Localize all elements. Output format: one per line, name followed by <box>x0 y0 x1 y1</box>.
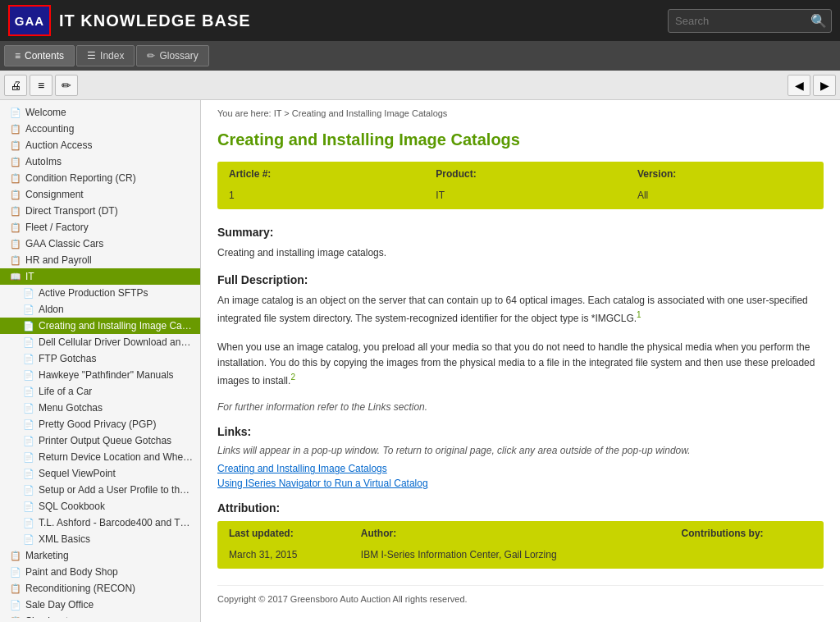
list-button[interactable]: ≡ <box>30 75 52 96</box>
sidebar-item-marketing[interactable]: 📋Marketing <box>0 547 200 564</box>
sidebar-label-dell-cellular: Dell Cellular Driver Download and Instal… <box>39 336 194 348</box>
sidebar-item-life-of-car[interactable]: 📄Life of a Car <box>0 383 200 400</box>
sidebar-item-setup-profile[interactable]: 📄Setup or Add a User Profile to the IBM … <box>0 482 200 498</box>
sidebar-item-consignment[interactable]: 📋Consignment <box>0 186 200 203</box>
tab-contents[interactable]: ≡ Contents <box>4 45 75 66</box>
sidebar-label-return-device: Return Device Location and Where to Prin… <box>39 451 194 463</box>
sidebar-icon-setup-profile: 📄 <box>23 485 34 496</box>
search-container[interactable]: 🔍 <box>668 9 832 33</box>
sidebar-item-simulcast[interactable]: 📋Simulcast <box>0 613 200 618</box>
glossary-icon: ✏ <box>147 50 155 62</box>
sidebar-label-it: IT <box>25 271 34 282</box>
sidebar-item-reconditioning[interactable]: 📋Reconditioning (RECON) <box>0 580 200 597</box>
sidebar-item-fleet-factory[interactable]: 📋Fleet / Factory <box>0 219 200 236</box>
sidebar-icon-pgp: 📄 <box>23 419 34 430</box>
forward-button[interactable]: ▶ <box>813 75 836 96</box>
link-creating-installing[interactable]: Creating and Installing Image Catalogs <box>217 463 824 474</box>
search-icon: 🔍 <box>810 13 827 29</box>
sidebar-item-gaa-classic[interactable]: 📋GAA Classic Cars <box>0 236 200 252</box>
sidebar-item-hr-payroll[interactable]: 📋HR and Payroll <box>0 252 200 268</box>
sidebar-icon-creating-installing: 📄 <box>23 321 34 332</box>
sidebar-icon-condition-reporting: 📋 <box>10 173 21 184</box>
article-num-header: Article #: <box>219 163 424 185</box>
sidebar-item-aldon[interactable]: 📄Aldon <box>0 301 200 318</box>
version-header: Version: <box>628 163 822 185</box>
sidebar-icon-sql-cookbook: 📄 <box>23 501 34 512</box>
link-iseries-navigator[interactable]: Using ISeries Navigator to Run a Virtual… <box>217 478 824 489</box>
full-desc-p2: When you use an image catalog, you prelo… <box>217 340 824 390</box>
product-value: IT <box>426 186 626 208</box>
sidebar-icon-fleet-factory: 📋 <box>10 222 21 233</box>
sidebar-label-sequel: Sequel ViewPoint <box>39 468 116 479</box>
sidebar-label-welcome: Welcome <box>25 107 66 118</box>
edit-button[interactable]: ✏ <box>55 75 78 96</box>
sidebar-icon-auction-access: 📋 <box>10 140 21 151</box>
sidebar-item-printer-output[interactable]: 📄Printer Output Queue Gotchas <box>0 432 200 449</box>
sidebar-label-xml-basics: XML Basics <box>39 533 90 545</box>
sidebar-item-sale-day[interactable]: 📄Sale Day Office <box>0 597 200 613</box>
tab-index[interactable]: ☰ Index <box>76 45 135 66</box>
last-updated-value: March 31, 2015 <box>219 546 349 567</box>
contents-icon: ≡ <box>15 50 21 62</box>
sidebar-label-auction-access: Auction Access <box>25 139 92 151</box>
sidebar-icon-simulcast: 📋 <box>10 616 21 619</box>
sidebar-item-welcome[interactable]: 📄Welcome <box>0 104 200 121</box>
sidebar-icon-active-prod: 📄 <box>23 288 34 299</box>
sidebar-label-life-of-car: Life of a Car <box>39 386 92 397</box>
sidebar-label-paint-body: Paint and Body Shop <box>25 566 118 578</box>
sidebar-item-accounting[interactable]: 📋Accounting <box>0 121 200 137</box>
sidebar-label-hawkeye: Hawkeye "Pathfinder" Manuals <box>39 369 174 381</box>
links-note: Links will appear in a pop-up window. To… <box>217 445 824 456</box>
sidebar-item-menu-gotchas[interactable]: 📄Menu Gotchas <box>0 400 200 416</box>
toolbar: 🖨 ≡ ✏ ◀ ▶ <box>0 71 840 100</box>
page-title: Creating and Installing Image Catalogs <box>217 130 824 149</box>
sidebar-item-auction-access[interactable]: 📋Auction Access <box>0 137 200 153</box>
sidebar-item-pgp[interactable]: 📄Pretty Good Privacy (PGP) <box>0 416 200 432</box>
sidebar-label-accounting: Accounting <box>25 123 74 135</box>
tab-glossary[interactable]: ✏ Glossary <box>136 45 208 66</box>
print-button[interactable]: 🖨 <box>4 75 27 96</box>
sidebar-item-it[interactable]: 📖IT <box>0 268 200 285</box>
sidebar-label-sql-cookbook: SQL Cookbook <box>39 501 105 512</box>
links-section: Links will appear in a pop-up window. To… <box>217 445 824 489</box>
sidebar-item-ftp-gotchas[interactable]: 📄FTP Gotchas <box>0 350 200 367</box>
sidebar-item-autoims[interactable]: 📋AutoIms <box>0 153 200 170</box>
sidebar-icon-gaa-classic: 📋 <box>10 239 21 249</box>
sidebar-label-reconditioning: Reconditioning (RECON) <box>25 583 135 594</box>
search-input[interactable] <box>675 15 810 27</box>
sidebar-item-condition-reporting[interactable]: 📋Condition Reporting (CR) <box>0 170 200 186</box>
sidebar-icon-life-of-car: 📄 <box>23 386 34 397</box>
sidebar-icon-return-device: 📄 <box>23 452 34 463</box>
sidebar-item-hawkeye[interactable]: 📄Hawkeye "Pathfinder" Manuals <box>0 367 200 383</box>
sidebar-item-direct-transport[interactable]: 📋Direct Transport (DT) <box>0 203 200 219</box>
back-button[interactable]: ◀ <box>788 75 810 96</box>
article-info-table: Article #: Product: Version: 1 IT All <box>217 162 824 209</box>
sidebar-item-tl-ashford[interactable]: 📄T.L. Ashford - Barcode400 and TLAForms <box>0 515 200 531</box>
sidebar-item-sequel[interactable]: 📄Sequel ViewPoint <box>0 465 200 482</box>
sidebar-label-tl-ashford: T.L. Ashford - Barcode400 and TLAForms <box>39 517 194 528</box>
sidebar-item-creating-installing[interactable]: 📄Creating and Installing Image Catalogs <box>0 318 200 334</box>
author-header: Author: <box>351 523 670 544</box>
sidebar-icon-sequel: 📄 <box>23 469 34 479</box>
sidebar-item-sql-cookbook[interactable]: 📄SQL Cookbook <box>0 498 200 515</box>
sidebar: 📄Welcome📋Accounting📋Auction Access📋AutoI… <box>0 100 201 622</box>
sidebar-label-autoims: AutoIms <box>25 156 62 167</box>
content-area: You are here: IT > Creating and Installi… <box>201 100 840 622</box>
sidebar-item-active-prod[interactable]: 📄Active Production SFTPs <box>0 285 200 301</box>
author-value: IBM I-Series Information Center, Gail Lo… <box>351 546 670 567</box>
contributions-header: Contributions by: <box>672 523 822 544</box>
sidebar-item-xml-basics[interactable]: 📄XML Basics <box>0 531 200 547</box>
sidebar-icon-it: 📖 <box>10 272 21 282</box>
sidebar-item-return-device[interactable]: 📄Return Device Location and Where to Pri… <box>0 449 200 465</box>
sidebar-icon-printer-output: 📄 <box>23 436 34 446</box>
sidebar-item-paint-body[interactable]: 📄Paint and Body Shop <box>0 564 200 580</box>
sidebar-label-gaa-classic: GAA Classic Cars <box>25 238 103 249</box>
sidebar-scroll-area[interactable]: 📄Welcome📋Accounting📋Auction Access📋AutoI… <box>0 104 200 618</box>
last-updated-header: Last updated: <box>219 523 349 544</box>
sidebar-icon-paint-body: 📄 <box>10 567 21 578</box>
tabs-bar: ≡ Contents ☰ Index ✏ Glossary <box>0 41 840 71</box>
sidebar-item-dell-cellular[interactable]: 📄Dell Cellular Driver Download and Insta… <box>0 334 200 350</box>
sidebar-icon-menu-gotchas: 📄 <box>23 403 34 414</box>
sidebar-icon-aldon: 📄 <box>23 304 34 315</box>
version-value: All <box>628 186 822 208</box>
